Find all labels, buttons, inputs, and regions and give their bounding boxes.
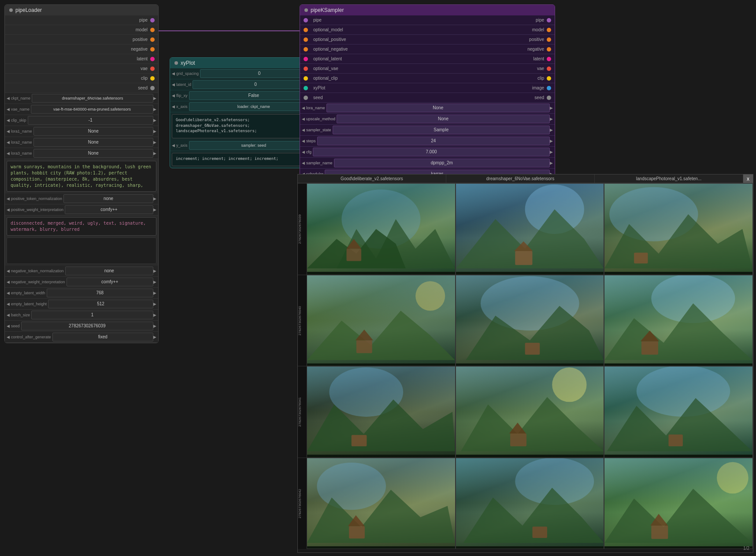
batch-size-value[interactable]: 1 [31,311,153,319]
image-cell-3-3[interactable] [604,366,753,458]
neg-token-norm-widget[interactable]: ◀ negative_token_normalization none ▶ [5,266,158,277]
neg-weight-right-btn[interactable]: ▶ [153,280,156,284]
ks-vae-output-connector[interactable] [547,67,551,71]
sampler-state-left-btn[interactable]: ◀ [302,128,305,132]
ckpt-name-right-btn[interactable]: ▶ [153,96,156,100]
pos-weight-left-btn[interactable]: ◀ [7,208,10,212]
x-axis-value[interactable]: loader: ckpt_name [189,102,319,111]
sampler-state-right-btn[interactable]: ▶ [550,128,553,132]
ks-opt-clip-input-connector[interactable] [304,76,308,81]
ks-opt-model-input-connector[interactable] [304,28,308,32]
lora2-right-btn[interactable]: ▶ [153,140,156,145]
image-cell-1-2[interactable] [456,183,604,275]
ks-latent-output-connector[interactable] [547,57,551,61]
image-panel-close-btn[interactable]: x [743,174,753,183]
negative-output-connector[interactable] [150,47,155,52]
upscale-method-right-btn[interactable]: ▶ [550,117,553,121]
lora1-right-btn[interactable]: ▶ [153,129,156,133]
steps-value[interactable]: 24 [317,137,550,145]
vae-name-right-btn[interactable]: ▶ [153,107,156,111]
image-cell-2-2[interactable] [456,275,604,367]
ckpt-name-value[interactable]: dreamshaper_6NoVae.safetensors [32,94,153,103]
pos-token-norm-left-btn[interactable]: ◀ [7,196,10,201]
image-cell-2-1[interactable] [307,275,456,367]
lora2-left-btn[interactable]: ◀ [7,140,10,145]
lora-name-left-btn[interactable]: ◀ [302,106,305,110]
clip-skip-widget[interactable]: ◀ clip_skip -1 ▶ [5,115,158,126]
batch-size-right-btn[interactable]: ▶ [153,313,156,317]
ks-xyplot-input-connector[interactable] [304,86,308,90]
x-values-text[interactable]: Good\deliberate_v2.safetensors; dreamsha… [172,114,322,138]
ks-negative-output-connector[interactable] [547,47,551,52]
ks-opt-latent-input-connector[interactable] [304,57,308,61]
image-cell-3-1[interactable] [307,366,456,458]
image-cell-3-2[interactable] [456,366,604,458]
pos-weight-right-btn[interactable]: ▶ [153,208,156,212]
lora3-right-btn[interactable]: ▶ [153,151,156,156]
sampler-state-widget[interactable]: ◀ sampler_state Sample ▶ [300,125,555,136]
seed-widget[interactable]: ◀ seed 278267302676039 ▶ [5,321,158,332]
sampler-state-value[interactable]: Sample [333,126,550,134]
empty-latent-h-left-btn[interactable]: ◀ [7,302,10,306]
image-cell-1-3[interactable] [604,183,753,275]
pos-token-norm-widget[interactable]: ◀ positive_token_normalization none ▶ [5,193,158,204]
model-output-connector[interactable] [150,28,155,32]
positive-text[interactable]: warm sunrays, mountains in the backgroun… [7,161,156,192]
x-axis-left-btn[interactable]: ◀ [172,104,175,109]
empty-latent-h-right-btn[interactable]: ▶ [153,302,156,306]
ks-image-output-connector[interactable] [547,86,551,90]
pipe-output-connector[interactable] [150,18,155,22]
lora1-left-btn[interactable]: ◀ [7,129,10,133]
pos-token-norm-value[interactable]: none [63,194,153,203]
control-after-gen-left-btn[interactable]: ◀ [7,335,10,339]
lora3-widget[interactable]: ◀ lora3_name None ▶ [5,148,158,159]
cfg-right-btn[interactable]: ▶ [550,150,553,154]
sampler-name-right-btn[interactable]: ▶ [550,161,553,165]
ks-opt-vae-input-connector[interactable] [304,67,308,71]
cfg-value[interactable]: 7.000 [313,148,550,156]
pos-token-norm-right-btn[interactable]: ▶ [153,196,156,201]
sampler-name-value[interactable]: dpmpp_2m [334,159,550,167]
seed-left-btn[interactable]: ◀ [7,324,10,328]
y-axis-value[interactable]: sampler: seed [189,141,319,150]
lora2-widget[interactable]: ◀ lora2_name None ▶ [5,137,158,148]
neg-token-norm-right-btn[interactable]: ▶ [153,269,156,273]
pos-weight-value[interactable]: comfy++ [65,205,153,214]
ks-seed-output-connector[interactable] [547,96,551,100]
control-after-gen-right-btn[interactable]: ▶ [153,335,156,339]
steps-widget[interactable]: ◀ steps 24 ▶ [300,136,555,147]
ks-pipe-output-connector[interactable] [547,18,551,22]
vae-name-left-btn[interactable]: ◀ [7,107,10,111]
lora1-widget[interactable]: ◀ lora1_name None ▶ [5,126,158,137]
steps-right-btn[interactable]: ▶ [550,139,553,143]
empty-latent-w-value[interactable]: 768 [47,289,153,297]
ks-opt-negative-input-connector[interactable] [304,47,308,52]
ks-model-output-connector[interactable] [547,28,551,32]
vae-output-connector[interactable] [150,67,155,71]
clip-skip-right-btn[interactable]: ▶ [153,118,156,122]
lora3-value[interactable]: None [33,149,153,158]
lora-name-widget[interactable]: ◀ lora_name None ▶ [300,103,555,114]
seed-right-btn[interactable]: ▶ [153,324,156,328]
pos-weight-interp-widget[interactable]: ◀ positive_weight_interpretation comfy++… [5,204,158,215]
lora-name-value[interactable]: None [326,104,550,112]
lora1-value[interactable]: None [33,127,153,136]
neg-token-norm-left-btn[interactable]: ◀ [7,269,10,273]
neg-token-norm-value[interactable]: none [65,267,153,275]
neg-weight-left-btn[interactable]: ◀ [7,280,10,284]
latent-id-left-btn[interactable]: ◀ [172,82,175,87]
latent-output-connector[interactable] [150,57,155,61]
steps-left-btn[interactable]: ◀ [302,139,305,143]
positive-output-connector[interactable] [150,37,155,42]
ckpt-name-left-btn[interactable]: ◀ [7,96,10,100]
empty-latent-w-widget[interactable]: ◀ empty_latent_width 768 ▶ [5,288,158,299]
ks-pipe-input-connector[interactable] [304,18,308,22]
upscale-method-left-btn[interactable]: ◀ [302,117,305,121]
cfg-left-btn[interactable]: ◀ [302,150,305,154]
flip-xy-left-btn[interactable]: ◀ [172,93,175,98]
neg-weight-interp-widget[interactable]: ◀ negative_weight_interpretation comfy++… [5,277,158,288]
sampler-name-left-btn[interactable]: ◀ [302,161,305,165]
seed-output-connector[interactable] [150,86,155,90]
grid-spacing-left-btn[interactable]: ◀ [172,71,175,76]
upscale-method-value[interactable]: None [337,115,550,123]
